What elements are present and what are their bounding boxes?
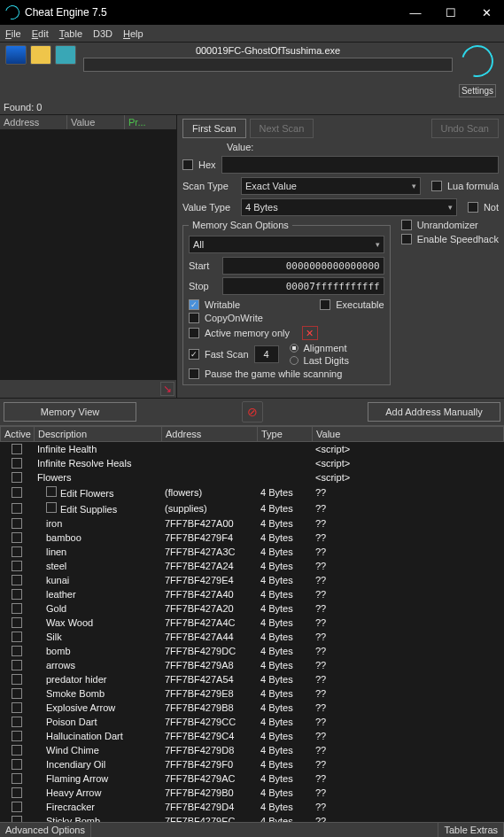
fastscan-value-input[interactable]: [254, 345, 279, 363]
table-row[interactable]: Smoke Bomb7FF7BF4279E84 Bytes??: [0, 686, 504, 701]
table-row[interactable]: Gold7FF7BF427A204 Bytes??: [0, 601, 504, 616]
writable-checkbox[interactable]: [189, 299, 199, 310]
table-row[interactable]: kunai7FF7BF4279E44 Bytes??: [0, 573, 504, 587]
start-address-input[interactable]: [222, 257, 384, 275]
entry-active-checkbox[interactable]: [12, 603, 22, 614]
hex-checkbox[interactable]: [182, 159, 193, 170]
scan-results-list[interactable]: Address Value Pr... ↘: [0, 115, 177, 398]
activemem-checkbox[interactable]: [189, 328, 199, 338]
entry-active-checkbox[interactable]: [12, 646, 22, 656]
save-button[interactable]: [55, 45, 76, 65]
alignment-radio[interactable]: [290, 344, 299, 353]
close-x-icon[interactable]: ✕: [302, 326, 318, 340]
entry-active-checkbox[interactable]: [12, 487, 22, 498]
entry-active-checkbox[interactable]: [12, 589, 22, 600]
titlebar[interactable]: Cheat Engine 7.5 — ☐ ✕: [0, 0, 504, 25]
settings-link[interactable]: Settings: [459, 84, 496, 97]
col-active[interactable]: Active: [0, 426, 34, 442]
table-row[interactable]: iron7FF7BF427A004 Bytes??: [0, 516, 504, 531]
table-row[interactable]: Infinite Resolve Heals<script>: [0, 456, 504, 470]
entry-active-checkbox[interactable]: [12, 731, 22, 741]
menu-help[interactable]: Help: [123, 28, 143, 39]
fastscan-checkbox[interactable]: [189, 349, 199, 360]
add-to-table-icon[interactable]: ↘: [160, 382, 174, 396]
table-row[interactable]: steel7FF7BF427A244 Bytes??: [0, 559, 504, 573]
value-input[interactable]: [221, 156, 499, 174]
results-col-value[interactable]: Value: [66, 115, 124, 129]
entry-active-checkbox[interactable]: [12, 532, 22, 543]
entry-active-checkbox[interactable]: [12, 745, 22, 756]
add-address-manually-button[interactable]: Add Address Manually: [368, 402, 500, 422]
entry-active-checkbox[interactable]: [12, 702, 22, 713]
entry-active-checkbox[interactable]: [12, 503, 22, 514]
entry-active-checkbox[interactable]: [12, 688, 22, 699]
table-row[interactable]: Flowers<script>: [0, 470, 504, 484]
table-row[interactable]: Incendiary Oil7FF7BF4279F04 Bytes??: [0, 757, 504, 771]
entry-active-checkbox[interactable]: [12, 458, 22, 469]
not-checkbox[interactable]: [468, 202, 478, 213]
minimize-button[interactable]: —: [398, 0, 433, 25]
pause-game-checkbox[interactable]: [189, 368, 199, 379]
table-row[interactable]: arrows7FF7BF4279A84 Bytes??: [0, 658, 504, 672]
entry-active-checkbox[interactable]: [12, 660, 22, 670]
table-row[interactable]: Explosive Arrow7FF7BF4279B84 Bytes??: [0, 701, 504, 715]
entry-active-checkbox[interactable]: [12, 773, 22, 784]
lua-formula-checkbox[interactable]: [431, 181, 442, 191]
table-row[interactable]: leather7FF7BF427A404 Bytes??: [0, 587, 504, 601]
table-row[interactable]: Poison Dart7FF7BF4279CC4 Bytes??: [0, 715, 504, 729]
table-extras-button[interactable]: Table Extras: [438, 823, 504, 837]
speedhack-checkbox[interactable]: [401, 234, 412, 244]
entry-active-checkbox[interactable]: [12, 816, 22, 822]
table-row[interactable]: Hallucination Dart7FF7BF4279C44 Bytes??: [0, 729, 504, 743]
table-row[interactable]: linen7FF7BF427A3C4 Bytes??: [0, 545, 504, 559]
entry-expand-checkbox[interactable]: [46, 502, 57, 513]
menu-edit[interactable]: Edit: [32, 28, 49, 39]
entry-expand-checkbox[interactable]: [46, 486, 57, 497]
table-row[interactable]: Heavy Arrow7FF7BF4279B04 Bytes??: [0, 786, 504, 800]
unrandomizer-checkbox[interactable]: [401, 220, 412, 230]
entry-active-checkbox[interactable]: [12, 632, 22, 642]
col-address[interactable]: Address: [161, 426, 257, 442]
lastdigits-radio[interactable]: [290, 356, 299, 365]
table-row[interactable]: Silk7FF7BF427A444 Bytes??: [0, 630, 504, 644]
entry-active-checkbox[interactable]: [12, 787, 22, 798]
open-file-button[interactable]: [30, 45, 51, 65]
entry-active-checkbox[interactable]: [12, 617, 22, 628]
entry-active-checkbox[interactable]: [12, 546, 22, 557]
table-row[interactable]: bomb7FF7BF4279DC4 Bytes??: [0, 644, 504, 658]
entry-active-checkbox[interactable]: [12, 518, 22, 529]
open-process-button[interactable]: [5, 45, 27, 65]
entry-active-checkbox[interactable]: [12, 444, 22, 454]
results-col-previous[interactable]: Pr...: [124, 115, 168, 129]
entry-active-checkbox[interactable]: [12, 674, 22, 685]
table-row[interactable]: Wax Wood7FF7BF427A4C4 Bytes??: [0, 616, 504, 630]
address-list[interactable]: Active Description Address Type Value In…: [0, 425, 504, 822]
memory-range-select[interactable]: All▾: [189, 236, 384, 253]
menu-d3d[interactable]: D3D: [93, 28, 112, 39]
col-type[interactable]: Type: [257, 426, 312, 442]
table-row[interactable]: bamboo7FF7BF4279F44 Bytes??: [0, 531, 504, 545]
table-row[interactable]: predator hider7FF7BF427A544 Bytes??: [0, 672, 504, 686]
advanced-options-button[interactable]: Advanced Options: [0, 823, 91, 837]
valuetype-select[interactable]: 4 Bytes▾: [241, 198, 457, 216]
copyonwrite-checkbox[interactable]: [189, 313, 199, 323]
entry-active-checkbox[interactable]: [12, 472, 22, 483]
col-value[interactable]: Value: [312, 426, 504, 442]
table-row[interactable]: Flaming Arrow7FF7BF4279AC4 Bytes??: [0, 771, 504, 786]
entry-active-checkbox[interactable]: [12, 802, 22, 812]
scantype-select[interactable]: Exact Value▾: [241, 177, 421, 195]
table-row[interactable]: Infinite Health<script>: [0, 442, 504, 456]
maximize-button[interactable]: ☐: [433, 0, 469, 25]
entry-active-checkbox[interactable]: [12, 561, 22, 571]
memory-view-button[interactable]: Memory View: [4, 402, 136, 422]
stop-address-input[interactable]: [222, 277, 384, 295]
entry-active-checkbox[interactable]: [12, 575, 22, 585]
menu-table[interactable]: Table: [59, 28, 82, 39]
results-col-address[interactable]: Address: [0, 115, 66, 129]
table-row[interactable]: Firecracker7FF7BF4279D44 Bytes??: [0, 800, 504, 814]
menu-file[interactable]: File: [5, 28, 21, 39]
entry-active-checkbox[interactable]: [12, 717, 22, 727]
executable-checkbox[interactable]: [320, 299, 330, 310]
entry-active-checkbox[interactable]: [12, 759, 22, 770]
table-row[interactable]: Wind Chime7FF7BF4279D84 Bytes??: [0, 743, 504, 757]
